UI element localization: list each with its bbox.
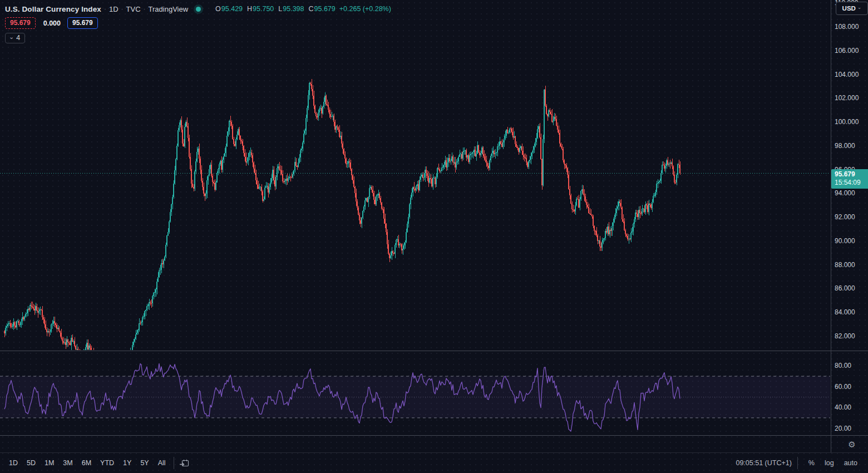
range-button-5y[interactable]: 5Y [136, 457, 153, 469]
high-value: 95.750 [253, 5, 274, 13]
interval-label: 1D [109, 5, 119, 13]
price-tick-label: 84.000 [835, 308, 855, 316]
rsi-axis[interactable]: 80.0060.0040.0020.00 [831, 351, 868, 435]
range-button-1d[interactable]: 1D [4, 457, 22, 469]
auto-scale-button[interactable]: auto [839, 457, 862, 469]
close-label: C [309, 5, 314, 13]
low-label: L [278, 5, 282, 13]
log-scale-button[interactable]: log [820, 457, 839, 469]
rsi-tick-label: 20.00 [835, 425, 851, 432]
price-tick-label: 100.000 [835, 118, 859, 126]
bar-countdown: 15:54:09 [835, 179, 868, 187]
entry-price-label[interactable]: 95.679 [67, 17, 98, 29]
time-axis[interactable]: 2013201420152016201720182019202020212022… [0, 436, 830, 452]
chevron-down-icon: ⌄ [857, 4, 862, 10]
symbol-title: U.S. Dollar Currency Index [5, 5, 101, 13]
price-tick-label: 90.000 [835, 237, 855, 245]
rsi-tick-label: 40.00 [835, 403, 851, 411]
currency-label: USD [842, 5, 856, 12]
last-price-badge: 95.679 15:54:09 [831, 169, 868, 189]
low-value: 95.398 [283, 5, 304, 13]
go-to-date-button[interactable] [177, 457, 192, 469]
date-range-buttons: 1D5D1M3M6MYTD1Y5YAll [4, 457, 170, 469]
toolbar-right-group: 09:05:51 (UTC+1) % log auto [736, 457, 862, 469]
percent-scale-button[interactable]: % [803, 457, 820, 469]
range-button-1m[interactable]: 1M [40, 457, 58, 469]
provider-label: TradingView [149, 5, 189, 13]
symbol-legend[interactable]: U.S. Dollar Currency Index · 1D · TVC · … [5, 3, 391, 15]
range-button-5d[interactable]: 5D [22, 457, 40, 469]
calendar-icon [179, 458, 190, 469]
stop-price-label[interactable]: 95.679 [5, 17, 36, 29]
high-label: H [247, 5, 252, 13]
toolbar-divider [797, 457, 798, 469]
change-value: +0.265 (+0.28%) [339, 5, 391, 13]
chevron-down-icon: ⌄ [9, 33, 14, 41]
price-tick-label: 82.000 [835, 332, 855, 340]
exchange-label: TVC [126, 5, 141, 13]
axis-settings-gear-icon[interactable]: ⚙ [845, 439, 859, 450]
bottom-toolbar: 1D5D1M3M6MYTD1Y5YAll 09:05:51 (UTC+1) % … [0, 453, 868, 473]
pnl-value: 0.000 [43, 19, 61, 27]
price-axis-border [831, 0, 831, 452]
chart-canvas[interactable] [0, 0, 868, 473]
open-value: 95.429 [221, 5, 243, 13]
currency-selector-button[interactable]: USD ⌄ [836, 2, 868, 15]
legend-separator: · [121, 5, 124, 13]
range-button-1y[interactable]: 1Y [119, 457, 136, 469]
market-status-icon [196, 7, 201, 12]
indicator-collapse-button[interactable]: ⌄ 4 [5, 33, 25, 43]
price-tick-label: 102.000 [835, 94, 859, 102]
candlestick-series [4, 79, 680, 372]
close-value: 95.679 [314, 5, 336, 13]
indicator-count: 4 [16, 34, 20, 42]
range-button-3m[interactable]: 3M [58, 457, 77, 469]
legend-separator: · [144, 5, 146, 13]
price-tick-label: 92.000 [835, 213, 855, 221]
tradingview-chart-window: U.S. Dollar Currency Index · 1D · TVC · … [0, 0, 868, 473]
price-tick-label: 104.000 [835, 71, 859, 78]
rsi-tick-label: 80.00 [835, 362, 851, 369]
price-tick-label: 98.000 [835, 142, 855, 150]
range-button-6m[interactable]: 6M [77, 457, 96, 469]
price-tick-label: 94.000 [835, 189, 855, 197]
price-tick-label: 108.000 [835, 23, 859, 31]
open-label: O [215, 5, 221, 13]
price-tick-label: 106.000 [835, 47, 859, 55]
price-tick-label: 88.000 [835, 261, 855, 269]
range-button-ytd[interactable]: YTD [96, 457, 119, 469]
toolbar-divider [174, 457, 174, 469]
clock-timezone-button[interactable]: 09:05:51 (UTC+1) [736, 459, 791, 467]
rsi-tick-label: 60.00 [835, 383, 851, 391]
price-label-row: 95.679 0.000 95.679 [5, 17, 98, 29]
legend-separator: · [104, 5, 106, 13]
ohlc-values: O95.429 H95.750 L95.398 C95.679 +0.265 (… [211, 5, 391, 13]
price-tick-label: 86.000 [835, 284, 855, 292]
last-price-value: 95.679 [835, 170, 868, 179]
range-button-all[interactable]: All [154, 457, 170, 469]
